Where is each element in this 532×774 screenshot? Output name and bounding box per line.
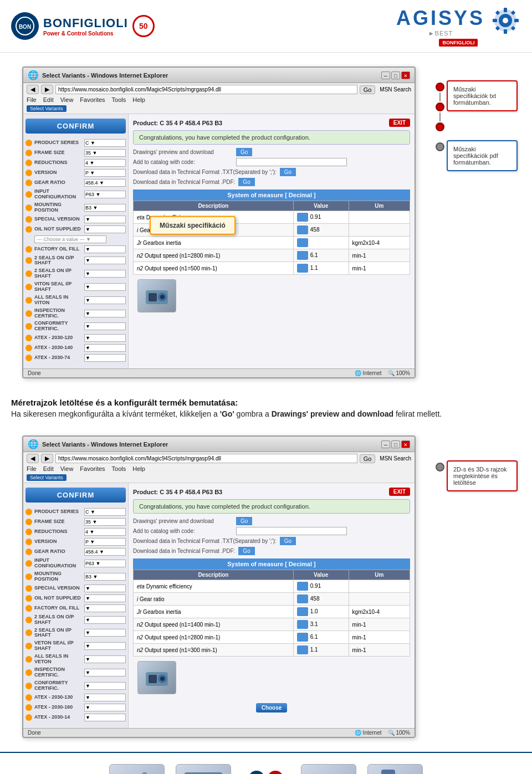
url-input-2[interactable]: [55, 454, 357, 463]
row-value-1e: 1.1: [293, 262, 349, 275]
sidebar-select-11[interactable]: ▼: [84, 257, 126, 264]
download-pdf-btn-2[interactable]: Go: [238, 547, 254, 555]
bullet-2-17: [25, 694, 32, 701]
value-icon: [297, 251, 308, 260]
choose-button[interactable]: Choose: [256, 703, 288, 713]
sidebar-select-2-16[interactable]: ▼: [84, 682, 126, 690]
sidebar-select-2-5[interactable]: 458.4 ▼: [84, 548, 126, 556]
menu-view-2[interactable]: View: [60, 465, 74, 472]
congrats-message-1: Congratulations, you have completed the …: [133, 130, 410, 145]
sidebar-select-14[interactable]: ▼: [84, 296, 126, 304]
menu-tools-1[interactable]: Tools: [112, 96, 126, 103]
download-txt-label-2: Download data in Technical Format .TXT(S…: [133, 538, 277, 544]
sidebar-select-10[interactable]: ▼: [84, 245, 126, 253]
sidebar-select-2-12[interactable]: ▼: [84, 629, 126, 637]
sidebar-select-18[interactable]: ▼: [84, 344, 126, 352]
sidebar-select-15[interactable]: ▼: [84, 310, 126, 317]
catalog-code-input-2[interactable]: [236, 527, 347, 535]
sidebar-select-1[interactable]: C ▼: [84, 139, 126, 147]
sidebar-label-2-10: FACTORY OIL FILL: [34, 606, 82, 611]
catalog-code-input-1[interactable]: [236, 158, 347, 166]
menu-edit-1[interactable]: Edit: [43, 96, 54, 103]
go-drawings-btn-2[interactable]: Go: [236, 517, 252, 525]
select-variants-tab-2[interactable]: Select Variants: [27, 474, 66, 481]
sidebar-select-2-11[interactable]: ▼: [84, 616, 126, 624]
sidebar-select-2-17[interactable]: ▼: [84, 694, 126, 701]
sidebar-select-2-15[interactable]: ▼: [84, 669, 126, 676]
menu-tools-2[interactable]: Tools: [112, 465, 126, 472]
sidebar-label-17: ATEX - 2030-120: [34, 335, 82, 341]
sidebar-select-2[interactable]: 35 ▼: [84, 149, 126, 157]
exit-button-1[interactable]: EXIT: [389, 119, 410, 127]
sidebar-select-2-10[interactable]: ▼: [84, 604, 126, 612]
maximize-btn-1[interactable]: □: [391, 71, 400, 79]
download-pdf-btn-1[interactable]: Go: [238, 178, 254, 186]
exit-button-2[interactable]: EXIT: [389, 488, 410, 496]
sidebar-select-2-19[interactable]: ▼: [84, 714, 126, 721]
sidebar-select-2-8[interactable]: ▼: [84, 585, 126, 592]
sidebar-label-5: GEAR RATIO: [34, 180, 82, 186]
forward-btn-1[interactable]: ▶: [41, 85, 53, 94]
back-btn-2[interactable]: ◀: [27, 454, 39, 463]
menu-file-2[interactable]: File: [27, 465, 37, 472]
go-btn-1[interactable]: Go: [360, 85, 376, 94]
sidebar-select-4[interactable]: P ▼: [84, 169, 126, 177]
confirm-button-2[interactable]: CONFIRM: [25, 488, 126, 503]
sidebar-row-atex2-1: ATEX - 2030-140 ▼: [25, 344, 126, 352]
go-drawings-btn-1[interactable]: Go: [236, 148, 252, 156]
choose-a-value[interactable]: --- Choose a value --- ▼: [34, 235, 106, 243]
sidebar-select-2-1[interactable]: C ▼: [84, 508, 126, 516]
sidebar-select-2-9[interactable]: ▼: [84, 594, 126, 602]
menu-file-1[interactable]: File: [27, 96, 37, 103]
forward-btn-2[interactable]: ▶: [41, 454, 53, 463]
minimize-btn-2[interactable]: ─: [381, 440, 390, 448]
sidebar-select-5[interactable]: 458.4 ▼: [84, 179, 126, 187]
download-txt-btn-1[interactable]: Go: [280, 168, 296, 176]
sidebar-select-9[interactable]: ▼: [84, 225, 126, 233]
sidebar-select-16[interactable]: ▼: [84, 322, 126, 330]
bullet-2-14: [25, 656, 32, 663]
menu-help-2[interactable]: Help: [132, 465, 145, 472]
go-btn-2[interactable]: Go: [360, 454, 376, 463]
sidebar-row-allseals-1: ALL SEALS IN VITON ▼: [25, 295, 126, 306]
menu-favorites-1[interactable]: Favorites: [80, 96, 105, 103]
minimize-btn-1[interactable]: ─: [381, 71, 390, 79]
sidebar-select-13[interactable]: ▼: [84, 283, 126, 291]
menu-favorites-2[interactable]: Favorites: [80, 465, 105, 472]
menu-view-1[interactable]: View: [60, 96, 74, 103]
sidebar-select-2-13[interactable]: ▼: [84, 642, 126, 650]
svg-point-16: [160, 295, 165, 299]
sidebar-select-6[interactable]: P63 ▼: [84, 191, 126, 198]
callout-dot-1: [436, 83, 444, 91]
sidebar-select-2-3[interactable]: 4 ▼: [84, 528, 126, 536]
sidebar-label-2-18: ATEX - 2030-160: [34, 705, 82, 710]
sidebar-select-7[interactable]: B3 ▼: [84, 204, 126, 212]
bullet-2-12: [25, 629, 32, 636]
sidebar-select-2-4[interactable]: P ▼: [84, 538, 126, 546]
back-btn-1[interactable]: ◀: [27, 85, 39, 94]
confirm-button-1[interactable]: CONFIRM: [25, 119, 126, 134]
sidebar-select-2-2[interactable]: 35 ▼: [84, 518, 126, 526]
sidebar-select-2-6[interactable]: P63 ▼: [84, 560, 126, 567]
sidebar-select-12[interactable]: ▼: [84, 270, 126, 278]
bullet-9: [25, 226, 32, 233]
agisys-sub: ►BEST: [396, 30, 485, 37]
sidebar-select-2-14[interactable]: ▼: [84, 655, 126, 663]
agisys-logo: AGISYS ►BEST: [396, 6, 521, 47]
select-variants-tab-1[interactable]: Select Variants: [27, 105, 66, 112]
sidebar-select-2-18[interactable]: ▼: [84, 704, 126, 711]
sidebar-select-8[interactable]: ▼: [84, 216, 126, 223]
sidebar-select-17[interactable]: ▼: [84, 334, 126, 342]
url-input-1[interactable]: [55, 85, 357, 94]
sidebar-select-3[interactable]: 4 ▼: [84, 159, 126, 167]
close-btn-2[interactable]: ✕: [401, 440, 410, 448]
sidebar-select-19[interactable]: ▼: [84, 354, 126, 362]
menu-edit-2[interactable]: Edit: [43, 465, 54, 472]
menu-help-1[interactable]: Help: [132, 96, 145, 103]
sidebar-select-2-7[interactable]: B3 ▼: [84, 573, 126, 581]
maximize-btn-2[interactable]: □: [391, 440, 400, 448]
bullet-2-8: [25, 585, 32, 592]
close-btn-1[interactable]: ✕: [401, 71, 410, 79]
download-txt-btn-2[interactable]: Go: [280, 537, 296, 545]
bullet-17: [25, 335, 32, 341]
